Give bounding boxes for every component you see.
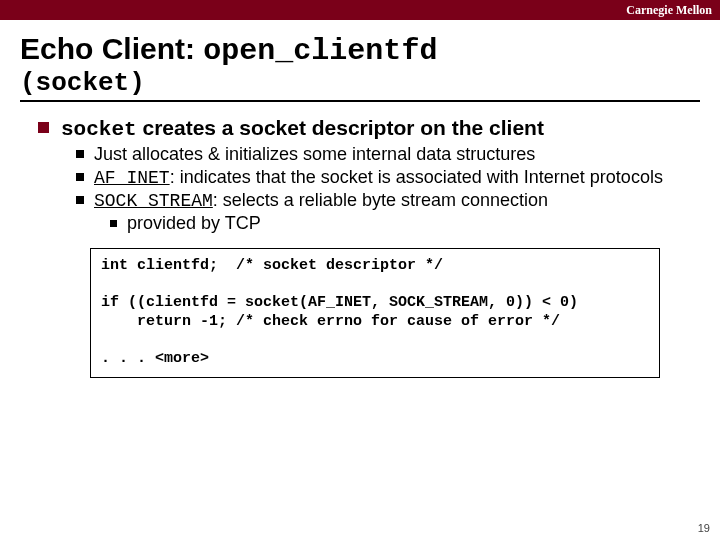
title-prefix: Echo Client:: [20, 32, 203, 65]
page-number: 19: [698, 522, 710, 534]
square-bullet-icon: [76, 173, 84, 181]
code-line: return -1; /* check errno for cause of e…: [101, 313, 560, 330]
bullet-lvl2-code: SOCK_STREAM: [94, 191, 213, 211]
slide-subtitle: (socket): [20, 68, 700, 98]
code-line: . . . <more>: [101, 350, 209, 367]
title-divider: [20, 100, 700, 102]
code-block: int clientfd; /* socket descriptor */ if…: [90, 248, 660, 379]
brand-label: Carnegie Mellon: [626, 3, 712, 17]
bullet-lvl1-code: socket: [61, 118, 137, 141]
bullet-lvl2: Just allocates & initializes some intern…: [76, 143, 682, 166]
bullet-lvl2: AF_INET: indicates that the socket is as…: [76, 166, 682, 190]
bullet-lvl2-text: AF_INET: indicates that the socket is as…: [94, 166, 663, 190]
title-func: open_clientfd: [203, 34, 437, 68]
bullet-lvl2: SOCK_STREAM: selects a reliable byte str…: [76, 189, 682, 213]
bullet-lvl2-text: Just allocates & initializes some intern…: [94, 143, 535, 166]
bullet-lvl2-list: Just allocates & initializes some intern…: [76, 143, 682, 234]
code-line: if ((clientfd = socket(AF_INET, SOCK_STR…: [101, 294, 578, 311]
square-bullet-icon: [38, 122, 49, 133]
bullet-lvl1-text: socket creates a socket descriptor on th…: [61, 116, 544, 141]
square-bullet-icon: [110, 220, 117, 227]
bullet-lvl3-list: provided by TCP: [110, 213, 682, 234]
bullet-lvl3: provided by TCP: [110, 213, 682, 234]
bullet-lvl3-text: provided by TCP: [127, 213, 261, 234]
slide-title: Echo Client: open_clientfd: [20, 32, 700, 68]
bullet-list: socket creates a socket descriptor on th…: [38, 116, 682, 234]
bullet-lvl2-after: : selects a reliable byte stream connect…: [213, 190, 548, 210]
square-bullet-icon: [76, 196, 84, 204]
bullet-lvl2-text: SOCK_STREAM: selects a reliable byte str…: [94, 189, 548, 213]
square-bullet-icon: [76, 150, 84, 158]
bullet-lvl2-after: : indicates that the socket is associate…: [170, 167, 663, 187]
code-line: int clientfd; /* socket descriptor */: [101, 257, 443, 274]
header-bar: Carnegie Mellon: [0, 0, 720, 20]
bullet-lvl1: socket creates a socket descriptor on th…: [38, 116, 682, 141]
bullet-lvl2-code: AF_INET: [94, 168, 170, 188]
bullet-lvl1-rest: creates a socket descriptor on the clien…: [137, 116, 544, 139]
